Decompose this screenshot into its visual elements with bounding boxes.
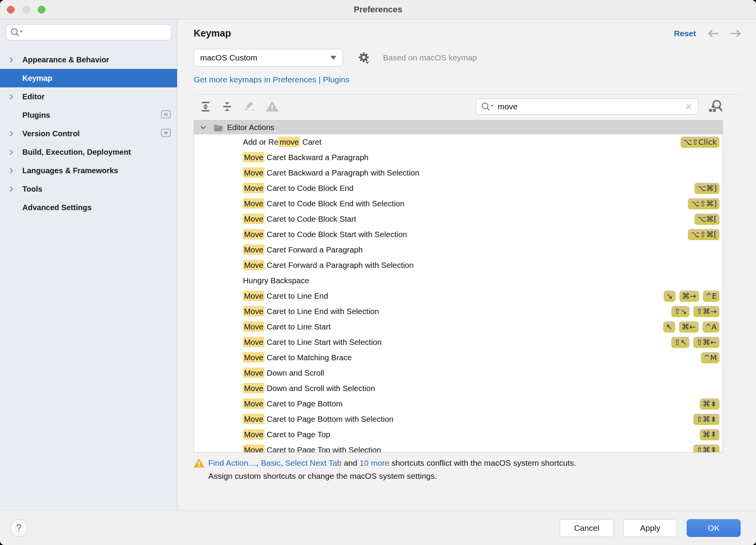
keymap-action-row[interactable]: Move Caret to Code Block End with Select… [194, 196, 723, 211]
collapse-all-icon[interactable] [221, 101, 233, 112]
cancel-button[interactable]: Cancel [560, 519, 614, 537]
search-match-highlight: Move [243, 445, 264, 453]
clear-icon[interactable]: × [684, 101, 693, 112]
sidebar-item-appearance-behavior[interactable]: Appearance & Behavior [0, 50, 177, 69]
ok-button[interactable]: OK [687, 519, 741, 537]
sidebar-item-build-execution-deployment[interactable]: Build, Execution, Deployment [0, 143, 177, 161]
shortcut-list: ↘⌘→^E [664, 291, 719, 302]
tree-group-editor-actions[interactable]: Editor Actions [194, 120, 723, 134]
shortcut-badge: ⇧⌘⇟ [693, 414, 719, 425]
shortcut-badge: ^A [702, 321, 719, 333]
action-search-field[interactable]: × [476, 99, 698, 115]
shortcut-badge: ⇧↖ [671, 337, 690, 348]
action-name: Move Caret to Matching Brace [243, 353, 352, 362]
help-button[interactable]: ? [10, 519, 28, 537]
get-more-keymaps-link[interactable]: Get more keymaps in Preferences | Plugin… [194, 75, 742, 84]
keymap-action-row[interactable]: Move Caret Backward a Paragraph with Sel… [194, 165, 723, 181]
shortcut-badge: ^E [703, 291, 719, 302]
warning-line2: Assign custom shortcuts or change the ma… [208, 470, 576, 483]
find-by-shortcut-icon[interactable] [707, 99, 723, 114]
zoom-button[interactable] [38, 6, 45, 13]
warning-link[interactable]: Select Next Tab [285, 458, 342, 467]
chevron-down-icon [330, 56, 336, 60]
shortcut-list: ⇧⌘⇞ [693, 445, 719, 453]
warning-link[interactable]: 10 more [360, 458, 389, 467]
keymap-action-row[interactable]: Move Caret to Code Block End⌥⌘] [194, 181, 723, 196]
keymap-action-row[interactable]: Move Down and Scroll [194, 365, 723, 381]
keymap-action-row[interactable]: Move Caret Forward a Paragraph [194, 242, 723, 257]
preferences-window: Preferences Appearance & BehaviorKeymapE… [0, 0, 756, 545]
forward-arrow-icon[interactable] [730, 29, 742, 38]
apply-button[interactable]: Apply [623, 519, 677, 537]
keymap-action-row[interactable]: Move Down and Scroll with Selection [194, 381, 723, 396]
sidebar-item-languages-frameworks[interactable]: Languages & Frameworks [0, 161, 177, 180]
shortcut-badge: ⇧↘ [671, 306, 690, 317]
keymap-action-row[interactable]: Move Caret to Matching Brace^M [194, 350, 723, 365]
chevron-right-icon [0, 186, 22, 193]
shortcut-badge: ^M [701, 352, 719, 363]
sidebar-item-advanced-settings[interactable]: Advanced Settings [0, 198, 177, 217]
edit-pencil-icon[interactable] [243, 100, 256, 113]
search-icon [10, 27, 24, 37]
keymap-action-tree: Editor Actions Add or Remove Caret⌥⇧Clic… [194, 120, 723, 453]
dialog-footer: ? Cancel Apply OK [0, 510, 756, 545]
action-name: Move Caret to Page Bottom [243, 399, 343, 408]
based-on-label: Based on macOS keymap [383, 53, 477, 62]
minimize-button[interactable] [22, 6, 30, 13]
action-name: Move Down and Scroll with Selection [243, 384, 375, 393]
keymap-action-row[interactable]: Move Caret to Line End with Selection⇧↘⇧… [194, 304, 723, 319]
shortcut-list: ⇧↖⇧⌘← [671, 337, 719, 348]
keymap-select[interactable]: macOS Custom [194, 49, 343, 67]
pane-icon [161, 110, 171, 120]
chevron-right-icon [0, 56, 22, 64]
keymap-action-row[interactable]: Move Caret Forward a Paragraph with Sele… [194, 257, 723, 273]
chevron-down-icon [199, 124, 207, 130]
keymap-action-row[interactable]: Move Caret to Line Start with Selection⇧… [194, 334, 723, 350]
keymap-action-row[interactable]: Move Caret to Line End↘⌘→^E [194, 288, 723, 304]
keymap-settings-gear-icon[interactable] [358, 51, 370, 64]
back-arrow-icon[interactable] [707, 29, 719, 38]
keymap-action-row[interactable]: Move Caret to Page Top⌘⇞ [194, 427, 723, 442]
search-match-highlight: Move [243, 352, 264, 363]
shortcut-list: ^M [701, 352, 719, 363]
shortcut-badge: ⇧⌘← [693, 337, 719, 348]
sidebar-item-keymap[interactable]: Keymap [0, 69, 177, 87]
expand-all-icon[interactable] [200, 101, 211, 112]
keymap-action-row[interactable]: Add or Remove Caret⌥⇧Click [194, 134, 723, 150]
pane-icon [161, 129, 171, 139]
keymap-action-row[interactable]: Hungry Backspace [194, 273, 723, 288]
warning-link[interactable]: Find Action… [208, 458, 256, 467]
sidebar-item-version-control[interactable]: Version Control [0, 124, 177, 143]
search-match-highlight: Move [243, 152, 264, 162]
shortcut-list: ⌥⇧⌘[ [688, 229, 719, 240]
warning-filter-icon[interactable] [266, 101, 278, 112]
close-button[interactable] [7, 6, 15, 13]
sidebar-item-label: Languages & Frameworks [22, 166, 171, 175]
warning-link[interactable]: Basic [261, 458, 281, 467]
keymap-action-row[interactable]: Move Caret to Code Block Start with Sele… [194, 227, 723, 242]
chevron-right-icon [0, 149, 22, 156]
search-match-highlight: Move [243, 167, 264, 178]
shortcut-list: ↖⌘←^A [663, 321, 719, 333]
keymap-action-row[interactable]: Move Caret to Line Start↖⌘←^A [194, 319, 723, 334]
chevron-right-icon [0, 93, 22, 100]
shortcut-badge: ↖ [663, 321, 675, 333]
shortcut-list: ⌥⇧Click [681, 137, 719, 148]
sidebar-search-box[interactable] [6, 24, 171, 40]
sidebar-item-tools[interactable]: Tools [0, 180, 177, 198]
sidebar-search-input[interactable] [26, 28, 167, 37]
sidebar-item-plugins[interactable]: Plugins [0, 106, 177, 124]
sidebar-item-editor[interactable]: Editor [0, 87, 177, 106]
keymap-action-row[interactable]: Move Caret to Page Top with Selection⇧⌘⇞ [194, 442, 723, 453]
keymap-action-row[interactable]: Move Caret to Page Bottom⌘⇟ [194, 396, 723, 411]
action-name: Add or Remove Caret [243, 137, 321, 147]
shortcut-badge: ⇧⌘→ [693, 306, 719, 317]
reset-button[interactable]: Reset [674, 29, 696, 38]
warning-text: shortcuts conflict with the macOS system… [389, 458, 576, 467]
keymap-action-row[interactable]: Move Caret to Code Block Start⌥⌘[ [194, 211, 723, 227]
keymap-action-row[interactable]: Move Caret Backward a Paragraph [194, 150, 723, 165]
action-search-input[interactable] [498, 102, 684, 111]
keymap-action-row[interactable]: Move Caret to Page Bottom with Selection… [194, 411, 723, 427]
action-name: Move Caret to Page Top with Selection [243, 445, 381, 453]
keymap-action-list: Add or Remove Caret⌥⇧ClickMove Caret Bac… [194, 134, 723, 453]
